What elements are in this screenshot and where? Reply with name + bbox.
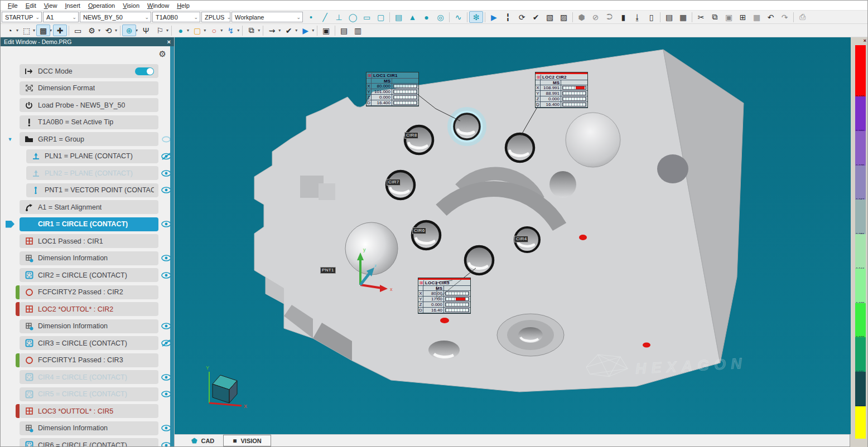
command-item-10[interactable]: LOC1 Passed : CIR1 [1, 234, 174, 248]
menu-window[interactable]: Window [143, 2, 173, 9]
command-item-15[interactable]: Dimension Information [1, 319, 174, 333]
command-item-6[interactable]: PLN2 = PLANE (CONTACT) [1, 166, 174, 180]
command-pill[interactable]: A1 = Start Alignment [20, 200, 158, 214]
stats-window-icon[interactable]: ▥ [351, 25, 365, 36]
tab-vision[interactable]: ■VISION [223, 435, 271, 446]
auto-feature-icon[interactable]: ❇ [469, 11, 483, 23]
feature-tag-cir8[interactable]: CIR8 [404, 132, 418, 139]
path-optimize-icon[interactable]: ⇝ [265, 25, 279, 36]
menu-edit[interactable]: Edit [22, 2, 40, 9]
command-pill[interactable]: LOC3 *OUTTOL* : CIR5 [20, 404, 158, 418]
probe-toggles-icon[interactable]: Ψ [139, 25, 153, 36]
loop-icon[interactable]: ⟳ [515, 11, 529, 23]
command-item-22[interactable]: CIR6 = CIRCLE (CONTACT) [1, 438, 174, 446]
close-icon[interactable]: × [864, 38, 866, 43]
command-pill[interactable]: PLN1 = PLANE (CONTACT) [26, 149, 158, 163]
command-pill[interactable]: DCC Mode [20, 64, 158, 78]
gd-and-t-sphere-icon[interactable]: ● [173, 25, 187, 36]
feature-tag-cir6[interactable]: CIR6 [412, 227, 426, 234]
menu-insert[interactable]: Insert [61, 2, 84, 9]
cylinder-feature-icon[interactable]: ▤ [392, 11, 406, 23]
bookmark-insert-icon[interactable]: ⭳ [630, 11, 644, 23]
command-pill[interactable]: Dimension Information [20, 421, 158, 435]
command-pill[interactable]: Dimension Information [20, 251, 158, 265]
feature-tag-pnt1[interactable]: PNT1 [320, 267, 336, 274]
chevron-down-icon[interactable]: ▼ [8, 137, 13, 142]
undo-icon[interactable]: ↶ [764, 11, 778, 23]
paste-icon[interactable]: ▣ [722, 11, 736, 23]
execute-program-icon[interactable]: ▶ [487, 11, 501, 23]
sphere-feature-icon[interactable]: ● [419, 11, 433, 23]
command-item-1[interactable]: Dimension Format [1, 81, 174, 95]
command-pill[interactable]: FCFCIRTY1 Passed : CIR3 [20, 353, 158, 367]
menu-vision[interactable]: Vision [119, 2, 143, 9]
probe-mode-icon[interactable]: ⊕ [122, 25, 136, 36]
quick-features-icon[interactable]: ⚐ [153, 25, 167, 36]
command-pill[interactable]: GRP1 = Group [20, 132, 158, 146]
mark-used-icon[interactable]: ✔ [282, 25, 296, 36]
rotate-view-icon[interactable]: ⟲ [102, 25, 115, 36]
redo-icon[interactable]: ↷ [778, 11, 792, 23]
feature-tag-cir7[interactable]: CIR7 [387, 179, 401, 186]
command-item-13[interactable]: FCFCIRTY2 Passed : CIR2 [1, 285, 174, 299]
command-pill[interactable]: CIR5 = CIRCLE (CONTACT) [20, 387, 158, 401]
command-item-16[interactable]: CIR3 = CIRCLE (CONTACT) [1, 336, 174, 350]
command-item-9[interactable]: CIR1 = CIRCLE (CONTACT) [1, 217, 174, 231]
command-item-21[interactable]: Dimension Information [1, 421, 174, 435]
report-text-icon[interactable]: ▤ [662, 11, 676, 23]
command-pill[interactable]: FCFCIRTY2 Passed : CIR2 [20, 285, 158, 299]
command-item-0[interactable]: DCC Mode [1, 64, 174, 78]
command-item-20[interactable]: LOC3 *OUTTOL* : CIR5 [1, 404, 174, 418]
tip-select[interactable]: T1A0B0⌄ [152, 12, 200, 22]
command-pill[interactable]: Load Probe - NEW5_BY_50 [20, 98, 158, 112]
camera-icon[interactable]: ▣ [319, 25, 333, 36]
command-item-7[interactable]: PNT1 = VECTOR POINT (CONTACT) [1, 183, 174, 197]
bookmark-remove-icon[interactable]: ▯ [644, 11, 658, 23]
view-select[interactable]: Workplane⌄ [232, 12, 303, 22]
active-command-marker[interactable] [1, 221, 20, 228]
command-pill[interactable]: Dimension Information [20, 319, 158, 333]
copy-window-icon[interactable]: ⧉ [244, 25, 258, 36]
command-item-2[interactable]: Load Probe - NEW5_BY_50 [1, 98, 174, 112]
command-item-17[interactable]: FCFCIRTY1 Passed : CIR3 [1, 353, 174, 367]
measurement-label-loc2[interactable]: ⊞LOC2 CIR2MSX108.991Y88.991Z0.000D16.400 [535, 72, 588, 108]
alignment-select[interactable]: STARTUP⌄ [2, 12, 42, 22]
command-item-19[interactable]: CIR5 = CIRCLE (CONTACT) [1, 387, 174, 401]
command-item-3[interactable]: T1A0B0 = Set Active Tip [1, 115, 174, 129]
clipboard-grid-icon[interactable]: ▦ [750, 11, 764, 23]
point-feature-icon[interactable]: • [304, 11, 318, 23]
print-icon[interactable]: ⎙ [795, 11, 809, 23]
report-window-icon[interactable]: ▤ [337, 25, 351, 36]
command-item-11[interactable]: Dimension Information [1, 251, 174, 265]
command-item-5[interactable]: PLN1 = PLANE (CONTACT) [1, 149, 174, 163]
square-slot-feature-icon[interactable]: ▢ [374, 11, 388, 23]
round-slot-feature-icon[interactable]: ▭ [360, 11, 374, 23]
copy-icon[interactable]: ⧉ [708, 11, 722, 23]
command-pill[interactable]: PLN2 = PLANE (CONTACT) [26, 166, 158, 180]
profile-tolerance-icon[interactable]: ▢ [190, 25, 204, 36]
menu-file[interactable]: File [4, 2, 22, 9]
command-pill[interactable]: CIR3 = CIRCLE (CONTACT) [20, 336, 158, 350]
probe-select[interactable]: NEW5_BY_50⌄ [80, 12, 151, 22]
command-pill[interactable]: LOC1 Passed : CIR1 [20, 234, 158, 248]
graph-analysis-icon[interactable]: ↯ [224, 25, 238, 36]
gear-icon[interactable]: ⚙ [159, 49, 166, 59]
edit-window-scrollbar[interactable] [170, 46, 174, 446]
pan-view-icon[interactable]: ✚ [53, 25, 67, 36]
menu-view[interactable]: View [40, 2, 61, 9]
cad-viewport[interactable]: y x z Y X [175, 37, 851, 434]
command-pill[interactable]: CIR4 = CIRCLE (CONTACT) [20, 370, 158, 384]
measurement-label-loc3[interactable]: ⊞LOC3 CIR5MSX80.00Y17.00Z0.000D16.40 [418, 278, 471, 314]
command-pill[interactable]: Dimension Format [20, 81, 158, 95]
execute-from-cursor-icon[interactable]: ╏ [501, 11, 515, 23]
clear-marked-icon[interactable]: ▨ [557, 11, 571, 23]
curve-feature-icon[interactable]: ∿ [451, 11, 465, 23]
command-item-14[interactable]: LOC2 *OUTTOL* : CIR2 [1, 302, 174, 316]
edit-window-titlebar[interactable]: Edit Window - Demo.PRG × [1, 37, 174, 46]
shaded-view-icon[interactable]: ▩ [36, 25, 50, 36]
optimization-gears-icon[interactable]: ⚙ [85, 25, 99, 36]
circle-feature-icon[interactable]: ◯ [346, 11, 360, 23]
torus-feature-icon[interactable]: ◎ [433, 11, 447, 23]
command-pill[interactable]: PNT1 = VECTOR POINT (CONTACT) [26, 183, 158, 197]
circularity-tolerance-icon[interactable]: ○ [207, 25, 221, 36]
